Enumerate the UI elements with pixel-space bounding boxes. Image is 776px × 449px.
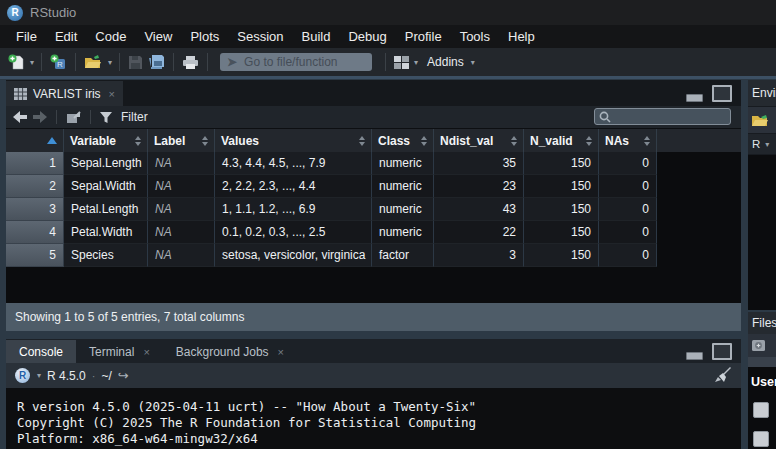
svg-text:R: R: [57, 60, 63, 69]
addins-button[interactable]: Addins: [427, 55, 464, 69]
table-header-row: Variable Label Values Class Ndist_val N_…: [6, 129, 741, 152]
files-toolbar: [748, 334, 776, 357]
table-search-box[interactable]: [594, 108, 731, 125]
maximize-pane-icon[interactable]: [712, 343, 732, 360]
tab-background-jobs[interactable]: Background Jobs ×: [163, 340, 297, 363]
menu-profile[interactable]: Profile: [396, 29, 451, 44]
file-checkbox[interactable]: [753, 402, 769, 418]
tab-files[interactable]: Files: [748, 312, 776, 334]
row-number: 2: [6, 175, 64, 198]
table-row[interactable]: 2 Sepal.Width NA 2, 2.2, 2.3, ..., 4.4 n…: [6, 175, 741, 198]
close-tab-icon[interactable]: ×: [278, 346, 284, 358]
cell-variable: Petal.Width: [64, 221, 148, 244]
cell-class: numeric: [372, 152, 434, 175]
cell-values: 1, 1.1, 1.2, ..., 6.9: [215, 198, 372, 221]
goto-directory-icon[interactable]: ↪: [118, 368, 129, 383]
new-file-dropdown-icon[interactable]: ▾: [30, 58, 34, 67]
header-values[interactable]: Values: [215, 129, 372, 152]
menu-session[interactable]: Session: [228, 29, 292, 44]
cell-nas: 0: [599, 221, 657, 244]
cell-label: NA: [148, 244, 215, 267]
open-file-icon[interactable]: [83, 54, 104, 71]
panes-dropdown-icon[interactable]: ▾: [414, 58, 418, 67]
console-line: R version 4.5.0 (2025-04-11 ucrt) -- "Ho…: [17, 399, 741, 415]
workspace: VARLIST iris × Filter: [0, 79, 776, 449]
r-version-label: R 4.5.0: [47, 369, 86, 383]
environment-r-dropdown[interactable]: R ▾: [748, 133, 776, 155]
new-folder-icon[interactable]: [751, 338, 767, 353]
console-toolbar: R ▾ R 4.5.0 · ~/ ↪: [6, 363, 741, 388]
close-tab-icon[interactable]: ×: [143, 346, 149, 358]
row-number: 4: [6, 221, 64, 244]
table-row[interactable]: 3 Petal.Length NA 1, 1.1, 1.2, ..., 6.9 …: [6, 198, 741, 221]
rstudio-window: R RStudio File Edit Code View Plots Sess…: [0, 0, 776, 449]
cell-values: setosa, versicolor, virginica: [215, 244, 372, 267]
header-label[interactable]: Label: [148, 129, 215, 152]
menu-view[interactable]: View: [135, 29, 181, 44]
cell-class: numeric: [372, 198, 434, 221]
filter-icon[interactable]: [100, 112, 112, 123]
menu-debug[interactable]: Debug: [339, 29, 395, 44]
table-row[interactable]: 4 Petal.Width NA 0.1, 0.2, 0.3, ..., 2.5…: [6, 221, 741, 244]
r-version-icon[interactable]: R: [15, 368, 30, 383]
print-icon[interactable]: [181, 54, 200, 71]
cell-ndist-val: 23: [434, 175, 524, 198]
rstudio-logo-icon: R: [7, 5, 23, 21]
filter-button[interactable]: Filter: [121, 110, 148, 124]
tab-environment[interactable]: Environment: [748, 80, 776, 106]
menu-tools[interactable]: Tools: [451, 29, 499, 44]
app-title: RStudio: [30, 5, 76, 20]
r-version-dropdown-icon[interactable]: ▾: [37, 371, 41, 380]
menu-build[interactable]: Build: [293, 29, 340, 44]
table-search-input[interactable]: [611, 110, 715, 124]
save-all-icon[interactable]: [147, 53, 166, 71]
cell-values: 4.3, 4.4, 4.5, ..., 7.9: [215, 152, 372, 175]
header-variable[interactable]: Variable: [64, 129, 148, 152]
minimize-pane-icon[interactable]: [686, 94, 703, 102]
cell-nas: 0: [599, 175, 657, 198]
header-class[interactable]: Class: [372, 129, 434, 152]
menu-file[interactable]: File: [7, 29, 46, 44]
workspace-panes-icon[interactable]: [393, 55, 410, 70]
menu-help[interactable]: Help: [499, 29, 544, 44]
tab-console[interactable]: Console: [6, 340, 76, 363]
table-row[interactable]: 1 Sepal.Length NA 4.3, 4.4, 4.5, ..., 7.…: [6, 152, 741, 175]
status-text: Showing 1 to 5 of 5 entries, 7 total col…: [15, 310, 244, 324]
sort-ascending-icon: [47, 137, 57, 144]
header-rownum[interactable]: [6, 129, 64, 152]
new-project-icon[interactable]: R: [49, 53, 68, 72]
cell-label: NA: [148, 221, 215, 244]
clear-console-icon[interactable]: [713, 367, 731, 383]
close-tab-icon[interactable]: ×: [109, 88, 115, 100]
working-directory: ~/: [101, 369, 111, 383]
cell-variable: Sepal.Width: [64, 175, 148, 198]
cell-class: numeric: [372, 221, 434, 244]
console-panel: Console Terminal × Background Jobs × R ▾: [6, 339, 741, 449]
load-workspace-icon[interactable]: [751, 113, 770, 128]
save-icon[interactable]: [127, 54, 144, 71]
forward-icon[interactable]: [33, 111, 47, 123]
new-file-icon[interactable]: [7, 53, 26, 72]
addins-dropdown-icon[interactable]: ▾: [471, 58, 475, 67]
row-number: 3: [6, 198, 64, 221]
main-toolbar: ▾ R ▾ ➤ Go to file/function ▾ Addin: [0, 48, 776, 79]
maximize-pane-icon[interactable]: [712, 85, 732, 102]
tab-terminal[interactable]: Terminal ×: [76, 340, 163, 363]
menu-plots[interactable]: Plots: [181, 29, 228, 44]
header-nas[interactable]: NAs: [599, 129, 657, 152]
menu-edit[interactable]: Edit: [46, 29, 86, 44]
table-row[interactable]: 5 Species NA setosa, versicolor, virgini…: [6, 244, 741, 267]
tab-varlist-iris[interactable]: VARLIST iris ×: [6, 81, 123, 106]
menu-code[interactable]: Code: [86, 29, 135, 44]
open-file-dropdown-icon[interactable]: ▾: [108, 58, 112, 67]
back-icon[interactable]: [13, 111, 27, 123]
cell-values: 2, 2.2, 2.3, ..., 4.4: [215, 175, 372, 198]
files-list: User: [748, 367, 776, 447]
header-n-valid[interactable]: N_valid: [524, 129, 599, 152]
minimize-pane-icon[interactable]: [686, 352, 703, 360]
file-checkbox[interactable]: [753, 431, 769, 447]
goto-file-function[interactable]: ➤ Go to file/function: [220, 53, 372, 71]
cell-ndist-val: 3: [434, 244, 524, 267]
open-in-new-window-icon[interactable]: [66, 111, 81, 124]
header-ndist-val[interactable]: Ndist_val: [434, 129, 524, 152]
